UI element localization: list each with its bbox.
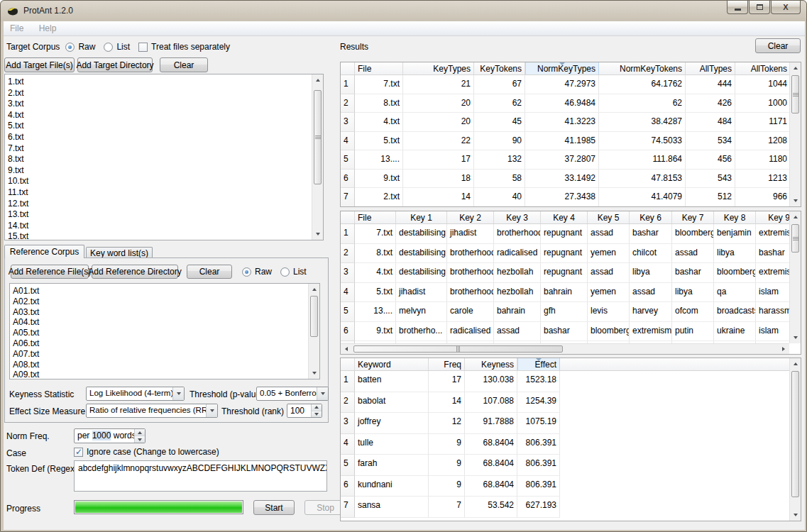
table-row[interactable]: 17.txt216747.297364.17624441044 <box>341 75 789 94</box>
scroll-down-button[interactable] <box>790 509 801 521</box>
table-row[interactable]: 1batten17130.0381523.18 <box>341 371 789 392</box>
file-list-item[interactable]: A01.txt <box>13 286 308 297</box>
file-list-item[interactable]: 13.txt <box>8 209 312 221</box>
scroll-right-button[interactable] <box>778 344 789 354</box>
table-row[interactable]: 45.txt229041.198574.50335341208 <box>341 132 789 151</box>
title-bar[interactable]: ProtAnt 1.2.0 X <box>1 1 806 21</box>
vertical-scrollbar[interactable] <box>789 62 801 206</box>
column-header[interactable]: Effect <box>517 358 560 370</box>
scroll-up-button[interactable] <box>790 211 801 223</box>
table-header[interactable]: FileKey 1Key 2Key 3Key 4Key 5Key 6Key 7K… <box>341 211 789 224</box>
table-header[interactable]: FileKeyTypesKeyTokensNormKeyTypesNormKey… <box>341 62 789 75</box>
table-row[interactable]: 5farah968.8404806.391 <box>341 455 789 476</box>
column-header[interactable]: Key 3 <box>494 211 541 223</box>
scroll-down-button[interactable] <box>790 195 801 206</box>
target-list-scrollbar[interactable] <box>312 74 323 240</box>
table-row[interactable]: 45.txtjihadistbrotherhoodhezbollahbahrai… <box>341 283 789 303</box>
column-header[interactable]: NormKeyTypes <box>525 62 599 74</box>
add-reference-files-button[interactable]: Add Reference File(s) <box>11 265 89 279</box>
horizontal-scrollbar[interactable] <box>341 343 789 354</box>
column-header[interactable]: Key 5 <box>588 211 630 223</box>
file-list-item[interactable]: A08.txt <box>13 360 308 370</box>
reference-list-scrollbar[interactable] <box>308 284 319 379</box>
tab-reference-corpus[interactable]: Reference Corpus <box>4 245 84 258</box>
target-list-radio[interactable] <box>104 43 113 52</box>
spinner-arrows[interactable] <box>311 404 322 417</box>
column-header[interactable]: NormKeyTokens <box>599 62 686 74</box>
file-list-item[interactable]: 15.txt <box>8 231 312 240</box>
table-row[interactable]: 513....melvyncarolebahraingfhlevisharvey… <box>341 302 789 322</box>
results-keys-table[interactable]: FileKey 1Key 2Key 3Key 4Key 5Key 6Key 7K… <box>340 211 801 355</box>
file-list-item[interactable]: 14.txt <box>8 221 312 232</box>
column-header[interactable]: KeyTokens <box>474 62 525 74</box>
tab-keyword-lists[interactable]: Key word list(s) <box>86 247 153 258</box>
add-target-directory-button[interactable]: Add Target Directory <box>77 57 153 72</box>
scroll-thumb[interactable] <box>791 75 799 113</box>
column-header[interactable]: Key 6 <box>630 211 672 223</box>
file-list-item[interactable]: 7.txt <box>8 143 312 155</box>
close-button[interactable]: X <box>771 1 801 14</box>
file-list-item[interactable]: 1.txt <box>8 77 312 88</box>
file-list-item[interactable]: 5.txt <box>8 121 312 132</box>
menu-file[interactable]: File <box>4 21 30 35</box>
table-row[interactable]: 6kundnani968.8404806.391 <box>341 476 789 497</box>
threshold-pvalue-select[interactable]: 0.05 + Bonferroni <box>256 387 329 401</box>
table-row[interactable]: 69.txt185833.149247.81535431213 <box>341 170 789 189</box>
file-list-item[interactable]: A05.txt <box>13 328 308 338</box>
effect-size-select[interactable]: Ratio of relative frequencies (RRF) <box>86 404 218 418</box>
reference-raw-radio[interactable] <box>242 267 251 277</box>
scroll-thumb[interactable] <box>791 224 799 253</box>
file-list-item[interactable]: 6.txt <box>8 132 312 143</box>
start-button[interactable]: Start <box>253 500 295 515</box>
column-header[interactable]: File <box>355 211 396 223</box>
scroll-up-button[interactable] <box>309 284 319 295</box>
column-header[interactable]: Key 9 <box>756 211 789 223</box>
reference-list-radio[interactable] <box>280 267 290 277</box>
scroll-down-button[interactable] <box>312 228 323 240</box>
column-header[interactable]: KeyTypes <box>403 62 474 74</box>
file-list-item[interactable]: A02.txt <box>13 297 308 307</box>
reference-file-list[interactable]: A01.txtA02.txtA03.txtA04.txtA05.txtA06.t… <box>9 283 320 379</box>
minimize-button[interactable] <box>727 1 748 14</box>
scroll-up-button[interactable] <box>790 62 801 74</box>
column-header[interactable]: Key 2 <box>447 211 494 223</box>
scroll-up-button[interactable] <box>790 358 801 370</box>
menu-help[interactable]: Help <box>33 21 63 35</box>
column-header[interactable]: Freq <box>429 358 465 370</box>
scroll-thumb[interactable] <box>791 371 799 497</box>
file-list-item[interactable]: 9.txt <box>8 165 312 177</box>
table-row[interactable]: 34.txtdestabilisingbrotherhoodhezbollahr… <box>341 263 789 283</box>
table-row[interactable]: 28.txtdestabilisingbrotherhoodradicalise… <box>341 244 789 264</box>
file-list-item[interactable]: 12.txt <box>8 199 312 210</box>
results-clear-button[interactable]: Clear <box>755 38 801 53</box>
spinner-arrows[interactable] <box>134 429 145 443</box>
add-reference-directory-button[interactable]: Add Reference Directory <box>92 265 178 279</box>
keyness-statistic-select[interactable]: Log Likelihood (4-term) <box>86 387 185 401</box>
scroll-thumb[interactable] <box>310 296 318 337</box>
norm-freq-spinner[interactable]: per 1000 words <box>74 428 146 443</box>
file-list-item[interactable]: 2.txt <box>8 88 312 99</box>
file-list-item[interactable]: 8.txt <box>8 154 312 165</box>
table-row[interactable]: 4tulle968.8404806.391 <box>341 434 789 455</box>
table-row[interactable]: 3joffrey1291.78881075.19 <box>341 413 789 434</box>
target-clear-button[interactable]: Clear <box>160 57 208 72</box>
file-list-item[interactable]: 4.txt <box>8 110 312 121</box>
scroll-left-button[interactable] <box>341 344 352 354</box>
column-header[interactable]: File <box>355 62 403 74</box>
target-file-list[interactable]: 1.txt2.txt3.txt4.txt5.txt6.txt7.txt8.txt… <box>4 74 324 240</box>
file-list-item[interactable]: A03.txt <box>13 307 308 318</box>
column-header[interactable]: AllTypes <box>686 62 735 74</box>
scroll-down-button[interactable] <box>309 367 319 379</box>
column-header[interactable]: Key 8 <box>714 211 756 223</box>
table-row[interactable]: 28.txt206246.9484624261000 <box>341 94 789 113</box>
results-files-table[interactable]: FileKeyTypesKeyTokensNormKeyTypesNormKey… <box>340 62 801 207</box>
reference-clear-button[interactable]: Clear <box>187 265 232 279</box>
column-header[interactable]: Key 7 <box>672 211 714 223</box>
ignore-case-checkbox[interactable] <box>74 448 83 457</box>
file-list-item[interactable]: 10.txt <box>8 176 312 187</box>
target-raw-radio[interactable] <box>65 43 75 52</box>
file-list-item[interactable]: A06.txt <box>13 338 308 349</box>
table-row[interactable]: 7sansa753.542627.193 <box>341 497 789 518</box>
treat-files-separately-checkbox[interactable] <box>138 43 148 52</box>
maximize-button[interactable] <box>749 1 770 14</box>
